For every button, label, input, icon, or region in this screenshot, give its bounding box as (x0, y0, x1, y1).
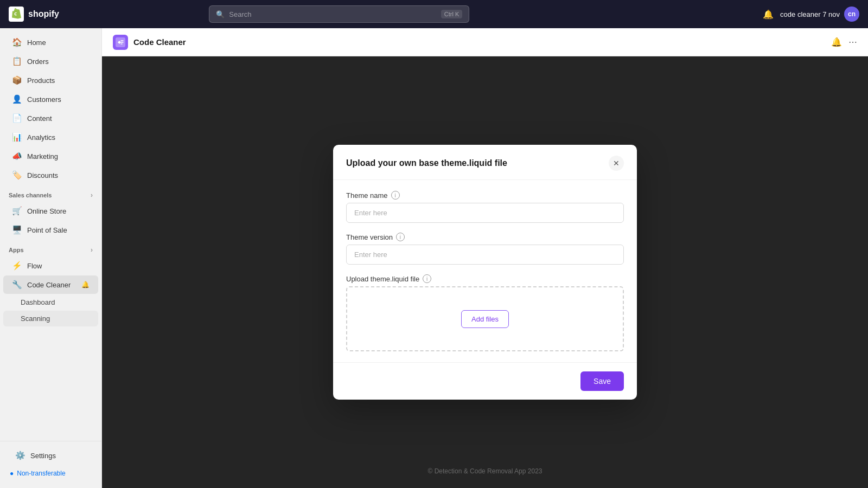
sidebar-item-products[interactable]: 📦 Products (3, 71, 98, 89)
sidebar-sub-item-dashboard[interactable]: Dashboard (3, 294, 98, 310)
code-cleaner-logo-icon (116, 37, 125, 47)
theme-name-input[interactable] (346, 203, 624, 223)
app-header-left: Code Cleaner (113, 35, 186, 50)
sidebar-sub-item-scanning[interactable]: Scanning (3, 311, 98, 326)
theme-name-info-icon[interactable]: i (391, 191, 400, 200)
sidebar-item-code-cleaner-label: Code Cleaner (27, 281, 71, 289)
add-files-button[interactable]: Add files (461, 310, 509, 328)
app-body: 🏠 Home 📋 Orders 📦 Products 👤 Customers 📄… (0, 28, 868, 488)
header-more-icon[interactable]: ⋯ (848, 37, 857, 47)
search-input[interactable] (229, 10, 437, 18)
search-shortcut: Ctrl K (441, 10, 463, 18)
modal-body: Theme name i Theme version i (333, 180, 637, 362)
header-bell-icon[interactable]: 🔔 (831, 37, 842, 47)
modal-overlay: Upload your own base theme.liquid file ✕… (102, 56, 868, 488)
page-backdrop: Upload your own base theme.liquid file ✕… (102, 56, 868, 488)
sidebar-item-customers-label: Customers (27, 95, 61, 104)
search-box[interactable]: 🔍 Ctrl K (209, 5, 469, 23)
app-header-right: 🔔 ⋯ (831, 37, 857, 47)
apps-header[interactable]: Apps › (0, 240, 101, 256)
non-transferable-icon: ● (10, 470, 14, 477)
theme-version-info-icon[interactable]: i (396, 233, 405, 241)
sales-channels-chevron: › (91, 191, 93, 199)
sidebar-item-flow-label: Flow (27, 262, 42, 270)
sidebar-item-discounts[interactable]: 🏷️ Discounts (3, 166, 98, 184)
sidebar-item-marketing-label: Marketing (27, 152, 58, 160)
sidebar-item-products-label: Products (27, 76, 55, 85)
non-transferable-label: Non-transferable (17, 470, 65, 477)
main-content: Code Cleaner 🔔 ⋯ Upload your own base th… (102, 28, 868, 488)
shopify-logo-icon (9, 7, 24, 22)
settings-icon: ⚙️ (15, 451, 25, 460)
avatar[interactable]: cn (844, 7, 859, 22)
topnav-right: 🔔 code cleaner 7 nov cn (763, 7, 859, 22)
search-container: 🔍 Ctrl K (209, 5, 469, 23)
topnav: shopify 🔍 Ctrl K 🔔 code cleaner 7 nov cn (0, 0, 868, 28)
sidebar-item-content-label: Content (27, 114, 52, 123)
sidebar-item-flow[interactable]: ⚡ Flow (3, 256, 98, 275)
store-name-display[interactable]: code cleaner 7 nov cn (780, 7, 859, 22)
modal-close-button[interactable]: ✕ (609, 156, 624, 171)
sidebar-item-orders-label: Orders (27, 57, 49, 66)
search-icon: 🔍 (216, 10, 225, 18)
flow-icon: ⚡ (12, 261, 22, 271)
online-store-icon: 🛒 (12, 206, 22, 216)
theme-version-field: Theme version i (346, 233, 624, 265)
upload-label: Upload theme.liquid file i (346, 274, 624, 283)
sidebar-item-customers[interactable]: 👤 Customers (3, 90, 98, 108)
sidebar-item-home[interactable]: 🏠 Home (3, 33, 98, 52)
shopify-logo-text: shopify (28, 9, 59, 19)
sales-channels-label: Sales channels (9, 192, 52, 198)
theme-version-label: Theme version i (346, 233, 624, 241)
modal-title: Upload your own base theme.liquid file (346, 158, 507, 168)
app-header: Code Cleaner 🔔 ⋯ (102, 28, 868, 56)
sidebar-sub-dashboard-label: Dashboard (21, 298, 55, 306)
store-name-text: code cleaner 7 nov (780, 10, 840, 18)
theme-version-input[interactable] (346, 245, 624, 265)
upload-info-icon[interactable]: i (423, 274, 431, 283)
products-icon: 📦 (12, 75, 22, 85)
sidebar-item-marketing[interactable]: 📣 Marketing (3, 147, 98, 165)
sidebar-item-settings[interactable]: ⚙️ Settings (7, 446, 95, 465)
orders-icon: 📋 (12, 56, 22, 66)
discounts-icon: 🏷️ (12, 170, 22, 180)
shopify-logo[interactable]: shopify (9, 7, 59, 22)
sidebar-item-point-of-sale[interactable]: 🖥️ Point of Sale (3, 221, 98, 239)
bell-icon[interactable]: 🔔 (763, 9, 774, 20)
customers-icon: 👤 (12, 94, 22, 104)
home-icon: 🏠 (12, 37, 22, 47)
sidebar-bottom: ⚙️ Settings ● Non-transferable (0, 441, 101, 488)
sidebar-sub-scanning-label: Scanning (21, 314, 50, 323)
modal-footer: Save (333, 362, 637, 400)
sidebar-item-settings-label: Settings (30, 452, 56, 460)
sidebar-item-code-cleaner[interactable]: 🔧 Code Cleaner 🔔 (3, 275, 98, 294)
sidebar-item-orders[interactable]: 📋 Orders (3, 52, 98, 70)
content-icon: 📄 (12, 113, 22, 123)
analytics-icon: 📊 (12, 132, 22, 142)
app-header-icon (113, 35, 128, 50)
code-cleaner-icon: 🔧 (12, 280, 22, 290)
upload-field: Upload theme.liquid file i Add files (346, 274, 624, 351)
sidebar-item-analytics-label: Analytics (27, 133, 55, 142)
marketing-icon: 📣 (12, 151, 22, 161)
sidebar-item-content[interactable]: 📄 Content (3, 109, 98, 127)
non-transferable-badge[interactable]: ● Non-transferable (3, 465, 98, 481)
sales-channels-header[interactable]: Sales channels › (0, 185, 101, 201)
apps-chevron: › (91, 246, 93, 254)
code-cleaner-bell: 🔔 (81, 281, 90, 288)
theme-name-field: Theme name i (346, 191, 624, 223)
apps-label: Apps (9, 247, 24, 253)
sidebar-item-online-store[interactable]: 🛒 Online Store (3, 202, 98, 220)
upload-drop-zone[interactable]: Add files (346, 286, 624, 351)
pos-icon: 🖥️ (12, 225, 22, 235)
sidebar-item-online-store-label: Online Store (27, 207, 66, 215)
save-button[interactable]: Save (580, 371, 624, 391)
sidebar-item-home-label: Home (27, 38, 46, 47)
sidebar-item-pos-label: Point of Sale (27, 226, 67, 234)
modal-header: Upload your own base theme.liquid file ✕ (333, 145, 637, 180)
app-header-title: Code Cleaner (133, 37, 186, 47)
sidebar-item-discounts-label: Discounts (27, 171, 58, 179)
sidebar-nav: 🏠 Home 📋 Orders 📦 Products 👤 Customers 📄… (0, 28, 101, 441)
theme-name-label: Theme name i (346, 191, 624, 200)
sidebar-item-analytics[interactable]: 📊 Analytics (3, 128, 98, 146)
